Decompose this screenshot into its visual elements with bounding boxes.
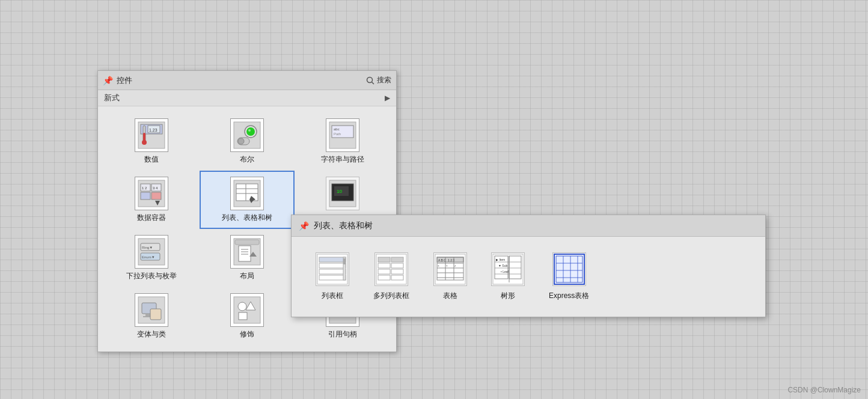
string-icon-box: abc Path bbox=[326, 118, 359, 152]
svg-rect-24 bbox=[141, 192, 150, 200]
icon-item-string[interactable]: abc Path 字符串与路径 bbox=[295, 112, 390, 171]
icon-item-layout[interactable]: 布局 bbox=[200, 229, 295, 287]
svg-point-0 bbox=[367, 77, 373, 82]
layout-icon bbox=[233, 237, 261, 266]
submenu-item-listbox[interactable]: 列表框 bbox=[310, 249, 355, 305]
svg-rect-57 bbox=[239, 312, 247, 320]
submenu-item-express-table[interactable]: Express表格 bbox=[543, 249, 595, 305]
svg-point-12 bbox=[248, 129, 251, 132]
svg-rect-25 bbox=[151, 192, 161, 200]
ref-label: 引用句柄 bbox=[328, 329, 357, 340]
panel-header: 📌 控件 搜索 bbox=[98, 71, 396, 90]
svg-rect-70 bbox=[378, 263, 390, 268]
dropdown-icon: Ring▼ Enum▼ bbox=[137, 237, 166, 266]
panel-title: 控件 bbox=[117, 75, 132, 86]
decor-icon-box bbox=[230, 293, 264, 327]
express-table-icon-box bbox=[552, 252, 586, 286]
tree-label: 树形 bbox=[501, 291, 515, 301]
table-icon: A B C 1 2 3 X Y Z bbox=[435, 254, 466, 285]
icon-item-variant[interactable]: 变体与类 bbox=[104, 287, 200, 346]
search-button[interactable]: 搜索 bbox=[366, 75, 391, 85]
submenu-item-tree[interactable]: ▶ Item ▼ Sub • Leaf 树形 bbox=[485, 249, 531, 305]
express-table-icon bbox=[554, 254, 585, 285]
icon-item-dropdown[interactable]: Ring▼ Enum▼ 下拉列表与枚举 bbox=[104, 229, 200, 287]
svg-rect-71 bbox=[391, 263, 403, 268]
svg-rect-74 bbox=[378, 275, 390, 280]
svg-rect-101 bbox=[556, 256, 582, 282]
icon-item-decor[interactable]: 修饰 bbox=[200, 287, 295, 346]
svg-rect-37 bbox=[138, 239, 165, 265]
svg-point-14 bbox=[238, 138, 244, 144]
arrow-right-icon: ▶ bbox=[385, 94, 390, 102]
submenu-item-table[interactable]: A B C 1 2 3 X Y Z 表格 bbox=[427, 249, 473, 305]
bool-label: 布尔 bbox=[240, 154, 254, 165]
layout-label: 布局 bbox=[240, 271, 254, 281]
svg-rect-73 bbox=[391, 269, 403, 274]
svg-text:Enum▼: Enum▼ bbox=[142, 255, 155, 259]
svg-text:▶ Item: ▶ Item bbox=[496, 258, 505, 261]
submenu-header: 📌 列表、表格和树 bbox=[292, 215, 765, 237]
other-icon: 10 bbox=[328, 179, 357, 208]
express-table-label: Express表格 bbox=[549, 291, 589, 301]
svg-rect-28 bbox=[236, 184, 258, 201]
decor-label: 修饰 bbox=[240, 329, 254, 340]
svg-text:3 4: 3 4 bbox=[153, 186, 158, 190]
svg-text:abc: abc bbox=[334, 127, 340, 131]
multicolumn-icon bbox=[376, 254, 407, 285]
search-icon bbox=[366, 76, 374, 85]
submenu-item-multicolumn[interactable]: 多列列表框 bbox=[367, 249, 415, 305]
svg-rect-43 bbox=[235, 240, 259, 245]
decor-icon bbox=[233, 296, 261, 324]
svg-point-55 bbox=[238, 302, 246, 311]
submenu-icons-grid: 列表框 多列列表框 bbox=[292, 237, 765, 317]
numeric-icon-box: 1.23 bbox=[135, 118, 168, 152]
svg-text:A B C: A B C bbox=[438, 258, 446, 262]
svg-line-1 bbox=[372, 82, 374, 84]
svg-rect-44 bbox=[239, 246, 251, 261]
bool-icon bbox=[233, 121, 261, 150]
svg-text:10: 10 bbox=[337, 189, 342, 194]
svg-rect-64 bbox=[319, 275, 346, 280]
svg-text:1 2: 1 2 bbox=[142, 186, 147, 190]
data-icon: 1 2 3 4 bbox=[137, 179, 166, 208]
multicolumn-icon-box bbox=[374, 252, 408, 286]
icon-item-bool[interactable]: 布尔 bbox=[200, 112, 295, 171]
svg-text:1.23: 1.23 bbox=[149, 128, 157, 132]
numeric-icon: 1.23 bbox=[137, 121, 166, 150]
table-icon-box: A B C 1 2 3 X Y Z bbox=[433, 252, 467, 286]
svg-rect-66 bbox=[343, 258, 346, 264]
listbox-icon-box bbox=[316, 252, 349, 286]
watermark: CSDN @ClownMagize bbox=[787, 386, 861, 394]
svg-text:X: X bbox=[438, 264, 439, 267]
svg-rect-61 bbox=[319, 257, 346, 262]
subheader-label: 新式 bbox=[104, 93, 120, 103]
pin-icon: 📌 bbox=[103, 76, 113, 85]
tree-icon-box: ▶ Item ▼ Sub • Leaf bbox=[491, 252, 525, 286]
variant-icon-box bbox=[135, 293, 168, 327]
svg-rect-69 bbox=[391, 257, 403, 262]
listbox-label: 列表框 bbox=[322, 291, 343, 301]
data-label: 数据容器 bbox=[137, 213, 166, 223]
other-icon-box: 10 bbox=[326, 177, 359, 210]
panel-subheader: 新式 ▶ bbox=[98, 90, 396, 106]
submenu-panel: 📌 列表、表格和树 列表框 bbox=[291, 215, 766, 317]
icon-item-data[interactable]: 1 2 3 4 数据容器 bbox=[104, 171, 200, 229]
data-icon-box: 1 2 3 4 bbox=[135, 177, 168, 210]
list-label: 列表、表格和树 bbox=[222, 213, 272, 223]
svg-rect-63 bbox=[319, 269, 346, 274]
svg-rect-53 bbox=[150, 309, 161, 320]
svg-rect-75 bbox=[391, 275, 403, 280]
submenu-pin-icon: 📌 bbox=[299, 221, 309, 231]
svg-text:• Leaf: • Leaf bbox=[501, 270, 509, 273]
panel-header-left: 📌 控件 bbox=[103, 75, 132, 86]
svg-text:Y: Y bbox=[446, 264, 448, 267]
svg-rect-62 bbox=[319, 263, 346, 268]
multicolumn-label: 多列列表框 bbox=[373, 291, 409, 301]
svg-point-11 bbox=[246, 127, 255, 136]
svg-rect-68 bbox=[378, 257, 390, 262]
list-icon bbox=[233, 179, 261, 208]
layout-icon-box bbox=[230, 235, 264, 269]
svg-text:Path: Path bbox=[334, 132, 341, 136]
icon-item-numeric[interactable]: 1.23 数值 bbox=[104, 112, 200, 171]
icon-item-list[interactable]: 列表、表格和树 bbox=[200, 171, 295, 229]
